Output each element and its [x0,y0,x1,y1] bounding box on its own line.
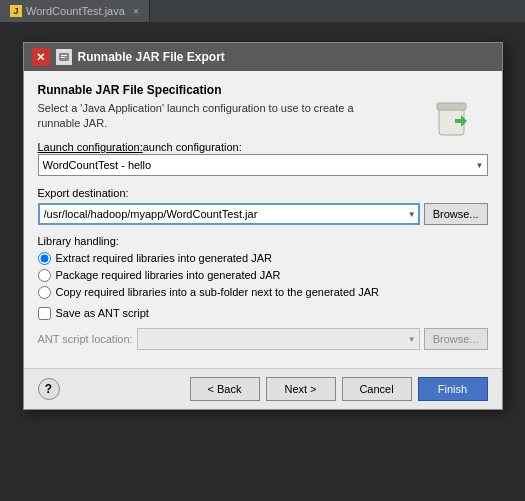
radio-package-label: Package required libraries into generate… [56,269,281,281]
ant-location-combo-wrapper [137,328,420,350]
ant-browse-button[interactable]: Browse... [424,328,488,350]
launch-config-row: WordCountTest - hello [38,154,488,176]
dialog-close-button[interactable]: ✕ [32,48,50,66]
export-dest-input[interactable] [38,203,420,225]
dialog-title: Runnable JAR File Export [78,50,225,64]
ant-script-location-label: ANT script location: [38,333,133,345]
back-button[interactable]: < Back [190,377,260,401]
help-button[interactable]: ? [38,378,60,400]
next-button[interactable]: Next > [266,377,336,401]
radio-extract: Extract required libraries into generate… [38,252,488,265]
launch-config-select[interactable]: WordCountTest - hello [38,154,488,176]
library-handling-label: Library handling: [38,235,488,247]
jar-icon [429,93,474,138]
radio-copy-input[interactable] [38,286,51,299]
radio-package: Package required libraries into generate… [38,269,488,282]
ant-script-checkbox-row: Save as ANT script [38,307,488,320]
radio-extract-input[interactable] [38,252,51,265]
button-bar: ? < Back Next > Cancel Finish [24,368,502,409]
dialog-body: Runnable JAR File Specification Select a… [24,71,502,368]
library-handling-group: Library handling: Extract required libra… [38,235,488,299]
finish-button[interactable]: Finish [418,377,488,401]
export-dest-row: Browse... [38,203,488,225]
ant-location-row: ANT script location: Browse... [38,328,488,350]
section-desc: Select a 'Java Application' launch confi… [38,101,398,132]
dialog-titlebar: ✕ Runnable JAR File Export [24,43,502,71]
radio-copy: Copy required libraries into a sub-folde… [38,286,488,299]
radio-extract-label: Extract required libraries into generate… [56,252,272,264]
export-dest-combo-wrapper[interactable] [38,203,420,225]
launch-config-label: Launch configuration: [38,141,143,153]
tab-close-icon[interactable]: × [133,5,139,17]
dialog: ✕ Runnable JAR File Export [23,42,503,410]
tab-bar: J WordCountTest.java × [0,0,525,22]
ant-script-checkbox[interactable] [38,307,51,320]
dialog-overlay: ✕ Runnable JAR File Export [0,22,525,501]
dialog-title-icon [56,49,72,65]
export-browse-button[interactable]: Browse... [424,203,488,225]
svg-rect-4 [437,103,466,110]
ant-location-select[interactable] [137,328,420,350]
java-file-icon: J [10,5,22,17]
tab-label: WordCountTest.java [26,5,125,17]
svg-rect-2 [61,57,65,58]
radio-copy-label: Copy required libraries into a sub-folde… [56,286,379,298]
radio-package-input[interactable] [38,269,51,282]
launch-config-combo-wrapper[interactable]: WordCountTest - hello [38,154,488,176]
launch-config-label-rest: aunch configuration: [143,141,242,153]
header-area: Runnable JAR File Specification Select a… [38,83,488,132]
section-title: Runnable JAR File Specification [38,83,488,97]
cancel-button[interactable]: Cancel [342,377,412,401]
svg-rect-1 [61,55,67,56]
export-dest-label: Export destination: [38,187,129,199]
file-tab[interactable]: J WordCountTest.java × [0,0,150,22]
ant-script-checkbox-label: Save as ANT script [56,307,149,319]
